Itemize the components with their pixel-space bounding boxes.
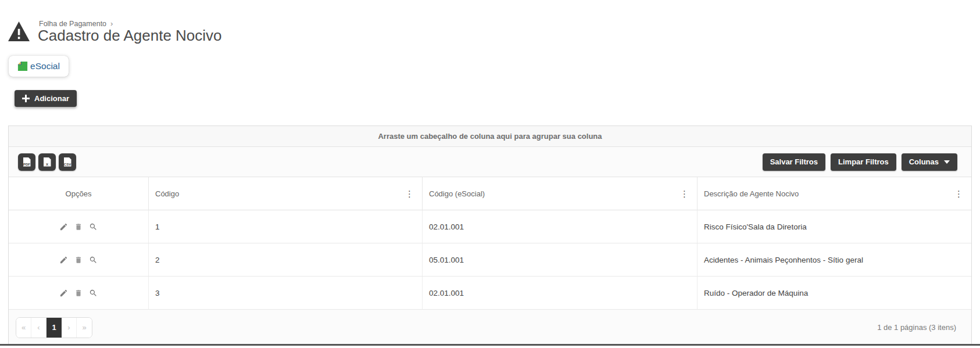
column-header-code-esocial[interactable]: Código (eSocial) ⋮: [422, 177, 697, 210]
table-row: 3 02.01.001 Ruído - Operador de Máquina: [9, 277, 971, 310]
add-button-label: Adicionar: [34, 94, 69, 103]
column-header-code[interactable]: Código ⋮: [148, 177, 422, 210]
excel-file-icon: X: [44, 157, 51, 167]
save-filters-button[interactable]: Salvar Filtros: [763, 153, 825, 171]
next-page-button[interactable]: ›: [62, 318, 77, 338]
excel-file-label: X: [44, 163, 51, 166]
clear-filters-label: Limpar Filtros: [838, 157, 889, 166]
esocial-icon: [17, 61, 28, 71]
edit-pencil-icon[interactable]: [59, 223, 68, 231]
last-page-button[interactable]: »: [77, 318, 92, 338]
cell-description: Risco Físico'Sala da Diretoria: [697, 210, 971, 243]
add-button[interactable]: Adicionar: [15, 90, 77, 107]
previous-page-button[interactable]: ‹: [31, 318, 47, 338]
column-header-code-esocial-label: Código (eSocial): [429, 189, 485, 198]
pager-row: « ‹ 1 › » 1 de 1 páginas (3 itens): [9, 310, 971, 345]
row-actions: [9, 243, 148, 276]
view-magnifier-icon[interactable]: [89, 223, 98, 231]
cell-code: 3: [148, 277, 422, 309]
row-actions: [9, 210, 148, 243]
group-hint-text: Arraste um cabeçalho de coluna aqui para…: [378, 132, 602, 141]
current-page-button[interactable]: 1: [47, 318, 62, 338]
delete-trash-icon[interactable]: [74, 256, 83, 264]
columns-button-label: Colunas: [909, 157, 939, 166]
pager-summary: 1 de 1 páginas (3 itens): [877, 323, 956, 332]
export-excel-button[interactable]: X: [38, 153, 56, 171]
pdf-file-label: PDF: [23, 163, 31, 166]
chevron-down-icon: [944, 160, 950, 164]
save-filters-label: Salvar Filtros: [770, 157, 818, 166]
column-menu-icon[interactable]: ⋮: [678, 188, 691, 199]
cell-code-esocial: 05.01.001: [422, 243, 697, 276]
export-csv-button[interactable]: CSV: [59, 153, 76, 171]
export-pdf-button[interactable]: PDF: [18, 153, 35, 171]
cell-description: Acidentes - Animais Peçonhentos - Sítio …: [697, 243, 971, 276]
first-page-button[interactable]: «: [16, 318, 31, 338]
warning-triangle-icon: [8, 21, 30, 44]
delete-trash-icon[interactable]: [74, 289, 83, 297]
clear-filters-button[interactable]: Limpar Filtros: [831, 153, 896, 171]
page-title: Cadastro de Agente Nocivo: [38, 27, 222, 45]
grid-toolbar: PDF X CSV Salvar Filtros: [9, 147, 971, 177]
cell-code: 2: [148, 243, 422, 276]
pdf-file-icon: PDF: [23, 157, 31, 167]
cell-code-esocial: 02.01.001: [422, 277, 697, 309]
cell-description: Ruído - Operador de Máquina: [697, 277, 971, 309]
column-menu-icon[interactable]: ⋮: [403, 188, 416, 199]
esocial-button[interactable]: eSocial: [9, 56, 69, 77]
columns-button[interactable]: Colunas: [902, 153, 957, 171]
table-row: 2 05.01.001 Acidentes - Animais Peçonhen…: [9, 243, 971, 277]
view-magnifier-icon[interactable]: [89, 289, 98, 297]
csv-file-label: CSV: [64, 163, 71, 166]
pagination: « ‹ 1 › »: [16, 317, 92, 338]
group-drop-zone[interactable]: Arraste um cabeçalho de coluna aqui para…: [9, 126, 971, 147]
column-header-description[interactable]: Descrição de Agente Nocivo ⋮: [697, 177, 971, 210]
column-menu-icon[interactable]: ⋮: [953, 188, 965, 199]
data-grid: Arraste um cabeçalho de coluna aqui para…: [8, 125, 972, 346]
column-header-description-label: Descrição de Agente Nocivo: [704, 189, 799, 198]
column-header-options: Opções: [9, 177, 148, 210]
page: Folha de Pagamento › Cadastro de Agente …: [0, 0, 980, 348]
delete-trash-icon[interactable]: [74, 223, 83, 231]
csv-file-icon: CSV: [64, 157, 71, 167]
export-buttons: PDF X CSV: [18, 153, 76, 171]
cell-code-esocial: 02.01.001: [422, 210, 697, 243]
edit-pencil-icon[interactable]: [59, 289, 68, 297]
table-header-row: Opções Código ⋮ Código (eSocial) ⋮ Descr…: [9, 177, 971, 210]
plus-icon: [22, 95, 30, 102]
column-header-code-label: Código: [155, 189, 179, 198]
filter-buttons: Salvar Filtros Limpar Filtros Colunas: [763, 153, 957, 171]
bottom-divider: [0, 344, 980, 346]
table-row: 1 02.01.001 Risco Físico'Sala da Diretor…: [9, 210, 971, 243]
cell-code: 1: [148, 210, 422, 243]
esocial-label: eSocial: [30, 61, 60, 71]
view-magnifier-icon[interactable]: [89, 256, 98, 264]
column-header-options-label: Opções: [66, 189, 92, 198]
row-actions: [9, 277, 148, 309]
edit-pencil-icon[interactable]: [59, 256, 68, 264]
